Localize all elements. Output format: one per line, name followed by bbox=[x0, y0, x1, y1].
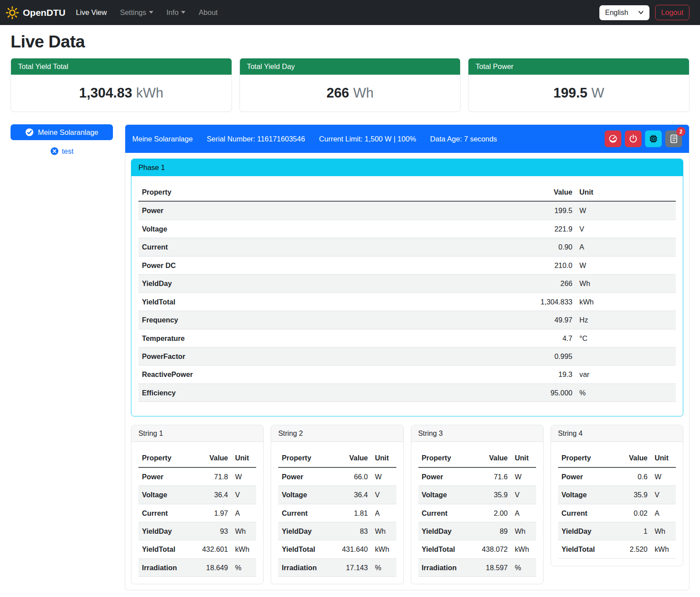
current-limit-label: Current Limit: 1,500 W | 100% bbox=[319, 135, 416, 143]
gauge-icon bbox=[608, 134, 618, 144]
column-value: Value bbox=[506, 183, 576, 201]
string-card-title: String 2 bbox=[271, 425, 403, 442]
column-unit: Unit bbox=[511, 449, 536, 467]
card-title: Total Yield Day bbox=[240, 58, 461, 75]
caret-down-icon bbox=[149, 11, 153, 14]
cpu-icon bbox=[649, 134, 658, 144]
unit-cell: A bbox=[232, 504, 256, 522]
table-row: Voltage35.9V bbox=[418, 486, 536, 504]
unit-cell: Wh bbox=[232, 522, 256, 540]
table-row: Voltage36.4V bbox=[138, 486, 256, 504]
event-log-button[interactable]: 2 bbox=[665, 130, 682, 147]
table-row: YieldTotal1,304.833kWh bbox=[138, 293, 676, 311]
unit-cell: W bbox=[651, 467, 676, 486]
table-row: YieldTotal2.520kWh bbox=[558, 540, 676, 558]
inverter-card: Meine Solaranlage Serial Number: 1161716… bbox=[125, 124, 689, 590]
string-table: Property Value Unit Power66.0WVoltage36.… bbox=[278, 449, 396, 577]
table-row: Power0.6W bbox=[558, 467, 676, 486]
value-cell: 431.640 bbox=[328, 540, 371, 558]
table-row: YieldTotal438.072kWh bbox=[418, 540, 536, 558]
string-card-body: Property Value Unit Power71.6WVoltage35.… bbox=[411, 442, 543, 577]
table-row: Current0.02A bbox=[558, 504, 676, 522]
unit: W bbox=[591, 85, 604, 101]
nav-right: English Logout bbox=[599, 5, 689, 20]
table-row: Voltage36.4V bbox=[278, 486, 396, 504]
card-total-yield-total: Total Yield Total 1,304.83kWh bbox=[11, 58, 232, 112]
limit-settings-button[interactable] bbox=[605, 130, 621, 147]
card-value: 266Wh bbox=[240, 75, 461, 112]
unit-cell: Wh bbox=[576, 275, 676, 293]
string-card-title: String 3 bbox=[411, 425, 543, 442]
value-cell: 71.6 bbox=[468, 467, 511, 486]
table-header-row: Property Value Unit bbox=[138, 183, 676, 201]
main-row: Meine Solaranlage test Meine Solaranlage bbox=[11, 124, 689, 597]
nav-item-settings[interactable]: Settings bbox=[120, 8, 153, 17]
property-cell: Voltage bbox=[138, 486, 188, 504]
table-row: YieldDay93Wh bbox=[138, 522, 256, 540]
unit-cell: A bbox=[576, 238, 676, 256]
table-header-row: Property Value Unit bbox=[418, 449, 536, 467]
language-select[interactable]: English bbox=[599, 5, 649, 20]
table-row: Frequency49.97Hz bbox=[138, 311, 676, 329]
unit-cell: A bbox=[511, 504, 536, 522]
power-button[interactable] bbox=[625, 130, 642, 147]
power-icon bbox=[628, 134, 638, 144]
nav-item-about[interactable]: About bbox=[199, 8, 218, 17]
table-row: YieldDay266Wh bbox=[138, 275, 676, 293]
property-cell: Irradiation bbox=[418, 558, 468, 576]
page: OpenDTU Live View Settings Info About bbox=[0, 0, 700, 597]
unit-cell: % bbox=[371, 558, 396, 576]
brand-title: OpenDTU bbox=[23, 7, 65, 18]
value-cell: 93 bbox=[188, 522, 232, 540]
value-cell: 438.072 bbox=[468, 540, 511, 558]
unit-cell: V bbox=[651, 486, 676, 504]
value-cell: 266 bbox=[506, 275, 576, 293]
property-cell: PowerFactor bbox=[138, 347, 506, 365]
string-card-body: Property Value Unit Power0.6WVoltage35.9… bbox=[551, 442, 683, 559]
inverter-unselected-button[interactable]: test bbox=[50, 147, 74, 156]
inverter-selected-button[interactable]: Meine Solaranlage bbox=[11, 124, 113, 140]
device-info-button[interactable] bbox=[645, 130, 662, 147]
phase-table: Property Value Unit Power199.5WVoltage22… bbox=[138, 183, 676, 402]
table-row: Power DC210.0W bbox=[138, 256, 676, 274]
string-table: Property Value Unit Power0.6WVoltage35.9… bbox=[558, 449, 676, 559]
value-cell: 71.8 bbox=[188, 467, 232, 486]
property-cell: Power DC bbox=[138, 256, 506, 274]
table-header-row: Property Value Unit bbox=[138, 449, 256, 467]
nav-item-live-view[interactable]: Live View bbox=[76, 8, 107, 17]
property-cell: YieldTotal bbox=[138, 293, 506, 311]
unit-cell: Wh bbox=[371, 522, 396, 540]
property-cell: YieldTotal bbox=[558, 540, 608, 558]
nav-item-info[interactable]: Info bbox=[167, 8, 186, 17]
property-cell: Irradiation bbox=[278, 558, 328, 576]
column-value: Value bbox=[468, 449, 511, 467]
value-cell: 2.520 bbox=[607, 540, 651, 558]
value: 199.5 bbox=[553, 85, 588, 101]
inverter-name-label: test bbox=[62, 147, 74, 156]
property-cell: Voltage bbox=[558, 486, 608, 504]
logout-button[interactable]: Logout bbox=[655, 5, 689, 20]
unit-cell: W bbox=[232, 467, 256, 486]
strings-row: String 1 Property Value Unit bbox=[131, 425, 683, 584]
table-row: Current1.81A bbox=[278, 504, 396, 522]
property-cell: YieldDay bbox=[278, 522, 328, 540]
property-cell: Voltage bbox=[138, 220, 506, 238]
unit-cell: V bbox=[576, 220, 676, 238]
value-cell: 0.02 bbox=[607, 504, 651, 522]
table-row: Current2.00A bbox=[418, 504, 536, 522]
unit-cell: W bbox=[511, 467, 536, 486]
navbar: OpenDTU Live View Settings Info About bbox=[0, 0, 700, 25]
value-cell: 1,304.833 bbox=[506, 293, 576, 311]
table-row: Voltage35.9V bbox=[558, 486, 676, 504]
card-value: 199.5W bbox=[468, 75, 689, 112]
property-cell: YieldDay bbox=[418, 522, 468, 540]
string-card-2: String 2 Property Value Unit bbox=[271, 425, 403, 584]
value-cell: 36.4 bbox=[188, 486, 232, 504]
chevron-down-icon bbox=[638, 11, 644, 14]
column-property: Property bbox=[138, 183, 506, 201]
unit-cell: Wh bbox=[511, 522, 536, 540]
nav-item-label: Info bbox=[167, 8, 179, 17]
string-card-3: String 3 Property Value Unit bbox=[411, 425, 544, 584]
value: 266 bbox=[326, 85, 349, 101]
unit-cell: °C bbox=[576, 329, 676, 347]
